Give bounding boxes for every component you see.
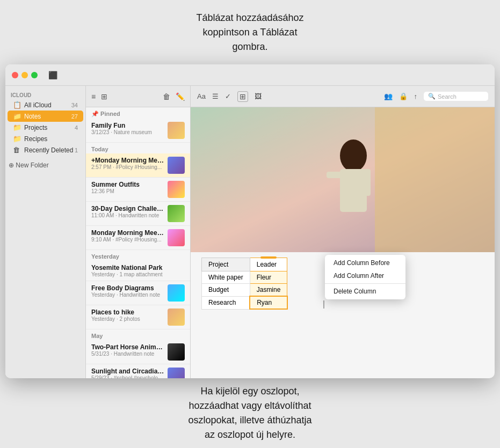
top-annotation: Táblázat hozzáadásához koppintson a Tábl… xyxy=(0,0,500,64)
search-icon: 🔍 xyxy=(428,93,436,100)
content-area: iCloud 📋 All iCloud 34 📁 Notes 27 📁 Proj… xyxy=(5,86,495,378)
note-info: Summer Outfits 12:36 PM xyxy=(91,181,164,194)
menu-separator xyxy=(325,283,405,284)
font-button[interactable]: Aa xyxy=(197,92,206,100)
list-item[interactable]: +Monday Morning Mee... 2:57 PM · #Policy… xyxy=(86,153,190,178)
note-title: Two-Part Horse Anima... xyxy=(91,343,164,351)
list-item[interactable]: Free Body Diagrams Yesterday · Handwritt… xyxy=(86,281,190,305)
svg-rect-4 xyxy=(327,172,343,178)
collab-icon[interactable]: 👥 xyxy=(384,92,393,100)
media-icon[interactable]: 🖼 xyxy=(255,92,262,100)
delete-column-item[interactable]: Delete Column xyxy=(325,285,405,298)
list-item[interactable]: Summer Outfits 12:36 PM xyxy=(86,178,190,202)
note-info: Monday Morning Meeting 9:10 AM · #Policy… xyxy=(91,229,164,243)
list-item[interactable]: Two-Part Horse Anima... 5/31/23 · Handwr… xyxy=(86,340,190,364)
maximize-button[interactable] xyxy=(31,72,38,78)
note-info: +Monday Morning Mee... 2:57 PM · #Policy… xyxy=(91,157,164,170)
table-cell: Ryan xyxy=(250,296,287,309)
note-hero-image xyxy=(191,107,495,252)
notes-panel: ≡ ⊞ 🗑 ✏️ 📌 Pinned Family Fun 3/12/23 · N… xyxy=(86,86,191,378)
delete-icon[interactable]: 🗑 xyxy=(163,92,170,101)
note-thumbnail xyxy=(168,205,185,222)
sidebar-item-notes[interactable]: 📁 Notes 27 xyxy=(8,111,83,122)
minimize-button[interactable] xyxy=(21,72,28,78)
trash-icon: 🗑 xyxy=(13,146,21,154)
compose-icon[interactable]: ✏️ xyxy=(176,92,185,101)
sidebar-item-count: 34 xyxy=(71,102,78,108)
all-icloud-icon: 📋 xyxy=(13,101,21,109)
note-title: +Monday Morning Mee... xyxy=(91,157,164,164)
list-icon[interactable]: ☰ xyxy=(212,92,219,100)
svg-rect-3 xyxy=(340,169,367,212)
sidebar-toggle-icon[interactable]: ⬛ xyxy=(48,71,57,79)
note-thumbnail xyxy=(168,343,185,361)
note-title: Summer Outfits xyxy=(91,181,164,188)
note-thumbnail xyxy=(168,157,185,174)
note-thumbnail xyxy=(168,368,185,378)
note-meta: 5/31/23 · Handwritten note xyxy=(91,351,164,357)
sidebar-section-label: iCloud xyxy=(5,90,85,99)
note-meta: Yesterday · Handwritten note xyxy=(91,292,164,298)
note-title: 30-Day Design Challen... xyxy=(91,205,164,212)
table-cell: Fleur xyxy=(250,271,287,284)
note-meta: 11:00 AM · Handwritten note xyxy=(91,212,164,218)
list-view-icon[interactable]: ≡ xyxy=(91,92,96,101)
note-title: Places to hike xyxy=(91,309,164,316)
table-cell: Research xyxy=(202,296,250,309)
svg-rect-5 xyxy=(364,169,371,196)
list-item[interactable]: Places to hike Yesterday · 2 photos xyxy=(86,305,190,329)
sidebar-item-projects[interactable]: 📁 Projects 4 xyxy=(8,122,83,133)
note-thumbnail xyxy=(168,309,185,326)
list-item[interactable]: Monday Morning Meeting 9:10 AM · #Policy… xyxy=(86,226,190,250)
add-column-before-item[interactable]: Add Column Before xyxy=(325,256,405,269)
add-column-after-item[interactable]: Add Column After xyxy=(325,269,405,282)
sidebar-item-recently-deleted[interactable]: 🗑 Recently Deleted 1 xyxy=(8,144,83,156)
sidebar-item-recipes[interactable]: 📁 Recipes xyxy=(8,133,83,144)
note-meta: 2:57 PM · #Policy #Housing... xyxy=(91,164,164,170)
list-item[interactable]: Sunlight and Circadian... 5/29/23 · #sch… xyxy=(86,364,190,378)
main-window: ⬛ iCloud 📋 All iCloud 34 📁 Notes 27 📁 Pr… xyxy=(5,64,495,378)
table-header-leader[interactable]: Leader xyxy=(250,258,287,271)
note-info: Two-Part Horse Anima... 5/31/23 · Handwr… xyxy=(91,343,164,357)
titlebar-icons: ⬛ xyxy=(44,71,62,79)
note-meta: 9:10 AM · #Policy #Housing... xyxy=(91,237,164,243)
sidebar-item-all-icloud[interactable]: 📋 All iCloud 34 xyxy=(8,99,83,111)
list-item[interactable]: Yosemite National Park Yesterday · 1 map… xyxy=(86,261,190,281)
sidebar: iCloud 📋 All iCloud 34 📁 Notes 27 📁 Proj… xyxy=(5,86,86,378)
table-cell: Jasmine xyxy=(250,284,287,297)
sidebar-item-count: 1 xyxy=(75,147,78,153)
sidebar-item-label: Projects xyxy=(24,124,47,131)
sidebar-item-count: 4 xyxy=(75,124,78,131)
list-item[interactable]: Family Fun 3/12/23 · Nature museum xyxy=(86,119,190,143)
sidebar-item-count: 27 xyxy=(71,113,78,120)
sidebar-item-label: Recipes xyxy=(24,135,47,143)
note-info: Free Body Diagrams Yesterday · Handwritt… xyxy=(91,284,164,298)
note-thumbnail xyxy=(168,229,185,246)
recipes-icon: 📁 xyxy=(13,135,21,143)
lock-icon[interactable]: 🔒 xyxy=(399,92,408,100)
svg-rect-6 xyxy=(375,107,495,252)
note-info: 30-Day Design Challen... 11:00 AM · Hand… xyxy=(91,205,164,218)
window-controls xyxy=(5,72,44,78)
checklist-icon[interactable]: ✓ xyxy=(225,92,231,100)
list-item[interactable]: 30-Day Design Challen... 11:00 AM · Hand… xyxy=(86,202,190,226)
sidebar-item-label: Notes xyxy=(24,113,41,120)
search-bar[interactable]: 🔍 Search xyxy=(424,92,488,101)
bottom-annotation: Ha kijelöl egy oszlopot, hozzáadhat vagy… xyxy=(0,378,500,448)
note-title: Monday Morning Meeting xyxy=(91,229,164,237)
note-info: Yosemite National Park Yesterday · 1 map… xyxy=(91,264,185,277)
context-menu: Add Column Before Add Column After Delet… xyxy=(325,255,405,299)
note-meta: 3/12/23 · Nature museum xyxy=(91,129,164,135)
grid-view-icon[interactable]: ⊞ xyxy=(101,92,107,101)
sidebar-item-label: Recently Deleted xyxy=(24,146,73,154)
new-folder-label: ⊕ New Folder xyxy=(9,161,49,169)
today-section-header: Today xyxy=(86,143,190,153)
note-info: Family Fun 3/12/23 · Nature museum xyxy=(91,122,164,135)
table-row: White paper Fleur xyxy=(202,271,287,284)
share-icon[interactable]: ↑ xyxy=(414,92,418,100)
new-folder-button[interactable]: ⊕ New Folder xyxy=(5,156,85,172)
close-button[interactable] xyxy=(12,72,18,78)
table-icon[interactable]: ⊞ xyxy=(237,91,248,102)
note-thumbnail xyxy=(168,122,185,139)
editor-toolbar: Aa ☰ ✓ ⊞ 🖼 👥 🔒 ↑ 🔍 Search xyxy=(191,86,495,107)
